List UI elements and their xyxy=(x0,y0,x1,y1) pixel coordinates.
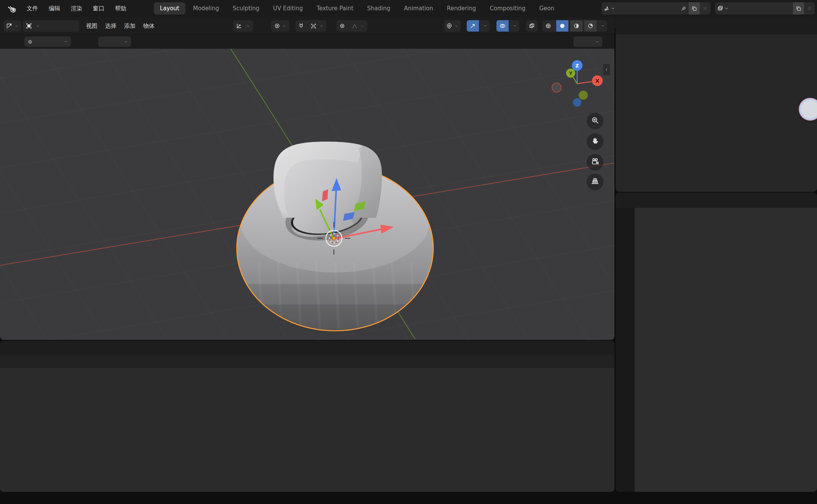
viewport-menu-2[interactable]: 添加 xyxy=(120,18,139,34)
chevron-down-icon xyxy=(64,40,68,44)
timeline-editor xyxy=(0,341,614,492)
viewlayer-selector[interactable] xyxy=(715,2,815,14)
shading-rendered-icon[interactable] xyxy=(587,23,594,29)
duplicate-icon[interactable] xyxy=(796,6,801,11)
workspace-tab-texture-paint[interactable]: Texture Paint xyxy=(311,2,360,14)
shading-group[interactable] xyxy=(542,20,607,32)
outliner-header xyxy=(616,18,817,34)
chevron-down-icon xyxy=(483,24,487,28)
falloff-icon[interactable] xyxy=(352,23,357,29)
chevron-left-icon xyxy=(604,67,609,72)
pin-icon[interactable] xyxy=(681,6,686,11)
pivot-point-icon xyxy=(274,23,280,29)
object-visibility-icon xyxy=(446,23,452,29)
viewport-menu-3[interactable]: 物体 xyxy=(139,18,158,34)
workspace-tab-compositing[interactable]: Compositing xyxy=(483,2,531,14)
chevron-down-icon xyxy=(595,40,599,44)
snap-target-icon[interactable] xyxy=(311,23,316,29)
chevron-down-icon xyxy=(124,40,128,44)
duplicate-icon[interactable] xyxy=(691,6,697,11)
workspace-tab-animation[interactable]: Animation xyxy=(398,2,439,14)
visibility-dropdown[interactable] xyxy=(444,20,461,32)
workspace-tab-geon[interactable]: Geon xyxy=(533,2,560,14)
editor-3d-view-icon xyxy=(6,23,13,29)
svg-text:Y: Y xyxy=(569,71,573,76)
camera-view-button[interactable] xyxy=(591,157,599,167)
pan-icon xyxy=(591,137,599,145)
show-gizmo-icon[interactable] xyxy=(470,23,476,29)
orientation-icon xyxy=(236,23,242,29)
viewport-canvas[interactable]: ZYX xyxy=(0,49,614,340)
svg-text:X: X xyxy=(595,78,599,84)
toggle-ortho-button[interactable] xyxy=(591,177,599,187)
gizmo-group[interactable] xyxy=(467,20,490,32)
outliner-editor xyxy=(616,18,817,192)
workspace-tab-layout[interactable]: Layout xyxy=(154,2,185,14)
toggle-xray-icon xyxy=(529,23,535,29)
sidebar-collapse-tab[interactable] xyxy=(603,64,610,75)
timeline-header xyxy=(0,341,614,354)
viewlayer-icon xyxy=(717,5,723,11)
viewport-editor: ZYX 视图选择添加物体 xyxy=(0,18,614,340)
direction-dropdown[interactable] xyxy=(24,37,71,47)
scene-icon xyxy=(604,5,610,11)
topbar-menu-1[interactable]: 编辑 xyxy=(43,0,65,17)
viewport-menu-0[interactable]: 视图 xyxy=(82,18,101,34)
timeline-ruler[interactable] xyxy=(0,354,614,368)
camera-view-icon xyxy=(591,157,599,166)
workspace-tabs: LayoutModelingSculptingUV EditingTexture… xyxy=(154,2,598,14)
scene-3d: ZYX xyxy=(0,49,614,340)
pan-button[interactable] xyxy=(591,137,599,147)
toggle-ortho-icon xyxy=(591,177,599,185)
properties-content xyxy=(635,208,817,492)
topbar-menu-3[interactable]: 窗口 xyxy=(88,0,110,17)
pivot-dropdown[interactable] xyxy=(271,20,289,32)
viewport-menu-1[interactable]: 选择 xyxy=(101,18,120,34)
chevron-down-icon xyxy=(611,6,615,11)
chevron-down-icon xyxy=(14,24,19,28)
chevron-down-icon xyxy=(361,24,365,28)
scene-name[interactable] xyxy=(618,2,678,14)
snap-magnet-icon[interactable] xyxy=(298,23,304,29)
nav-gizmo[interactable]: ZYX xyxy=(552,60,603,107)
orientation-dropdown[interactable] xyxy=(233,20,253,32)
editor-type-button[interactable] xyxy=(4,20,21,32)
topbar-menu-0[interactable]: 文件 xyxy=(21,0,43,17)
xray-toggle[interactable] xyxy=(526,20,538,32)
chevron-down-icon xyxy=(601,24,605,28)
workspace-tab-modeling[interactable]: Modeling xyxy=(187,2,225,14)
workspace-tab-uv-editing[interactable]: UV Editing xyxy=(267,2,309,14)
shading-wireframe-icon[interactable] xyxy=(545,23,551,29)
chevron-down-icon xyxy=(319,24,324,28)
properties-header xyxy=(616,193,817,208)
proportional-editing-icon[interactable] xyxy=(339,23,345,29)
shading-material-icon[interactable] xyxy=(573,23,579,29)
chevron-down-icon xyxy=(513,24,517,28)
unlink-icon[interactable] xyxy=(702,6,708,11)
mode-dropdown[interactable] xyxy=(23,20,79,32)
show-overlays-icon[interactable] xyxy=(499,23,506,29)
zoom-button[interactable] xyxy=(591,116,599,126)
svg-text:Z: Z xyxy=(575,63,579,69)
properties-tabs xyxy=(616,208,635,492)
snap-group[interactable] xyxy=(295,20,326,32)
chevron-down-icon xyxy=(36,24,40,28)
chevron-down-icon xyxy=(454,24,458,28)
scene-selector[interactable] xyxy=(602,2,710,14)
workspace-tab-rendering[interactable]: Rendering xyxy=(441,2,482,14)
remove-icon[interactable] xyxy=(807,6,812,11)
tool-settings-bar xyxy=(0,34,614,49)
overlays-group[interactable] xyxy=(496,20,519,32)
zoom-icon xyxy=(591,116,599,124)
drag-dropdown[interactable] xyxy=(98,37,131,47)
workspace-tab-sculpting[interactable]: Sculpting xyxy=(227,2,265,14)
shading-solid-icon[interactable] xyxy=(559,23,565,29)
options-dropdown[interactable] xyxy=(573,37,602,47)
chevron-down-icon xyxy=(282,24,286,28)
topbar-menu-2[interactable]: 渲染 xyxy=(65,0,88,17)
timeline-tracks[interactable] xyxy=(0,368,614,492)
viewlayer-name[interactable] xyxy=(731,2,793,14)
workspace-tab-shading[interactable]: Shading xyxy=(361,2,396,14)
topbar-menu-4[interactable]: 帮助 xyxy=(110,0,132,17)
proportional-group[interactable] xyxy=(337,20,367,32)
